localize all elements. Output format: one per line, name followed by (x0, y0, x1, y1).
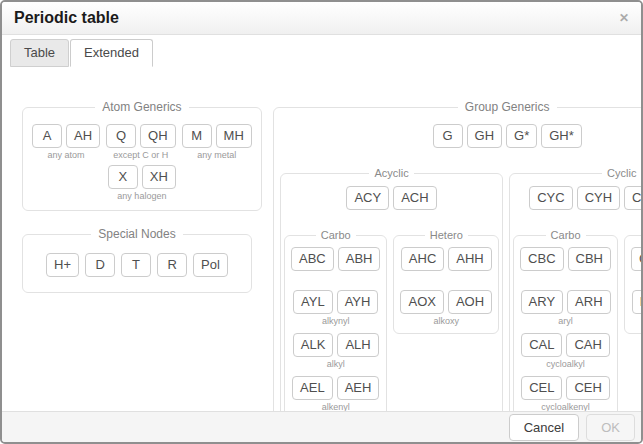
except-c-or-h-group: Q QH except C or H (106, 124, 176, 161)
cyclic-carbo-section: Carbo CBC CBH (513, 229, 618, 420)
btn-m[interactable]: M (182, 124, 212, 148)
btn-ayl[interactable]: AYL (293, 290, 333, 314)
dialog-content: Atom Generics A AH any atom Q QH (2, 67, 641, 432)
btn-cxx[interactable]: CXX (624, 186, 643, 210)
btn-arh[interactable]: ARH (567, 290, 610, 314)
periodic-table-dialog: Periodic table ✕ Table Extended Atom Gen… (0, 0, 643, 444)
group-caption: alkyl (327, 358, 345, 370)
acyclic-cyclic-columns: Acyclic ACY ACH (280, 167, 643, 425)
atom-generics-section: Atom Generics A AH any atom Q QH (22, 100, 262, 211)
acyclic-hetero-section: Hetero AHC AHH (393, 229, 499, 334)
acyclic-carbo-section: Carbo ABC ABH (284, 229, 387, 420)
group-caption: alkoxy (434, 315, 460, 327)
special-nodes-row: H+ D T R Pol (29, 253, 245, 277)
tab-bar: Table Extended (2, 35, 641, 67)
atom-generics-row-1: A AH any atom Q QH except C or H (29, 122, 255, 163)
group-generics-section: Group Generics G GH G* GH* Acy (273, 100, 643, 432)
acyclic-hetero-legend: Hetero (425, 229, 468, 241)
group-caption: except C or H (113, 149, 168, 161)
btn-xh[interactable]: XH (142, 165, 176, 189)
acyclic-legend: Acyclic (369, 167, 413, 179)
btn-pol[interactable]: Pol (193, 253, 228, 277)
btn-alh[interactable]: ALH (337, 333, 378, 357)
any-metal-group: M MH any metal (182, 124, 252, 161)
cyclic-hetero-section: Hetero CHC CHH (624, 229, 643, 334)
btn-t[interactable]: T (121, 253, 151, 277)
special-nodes-legend: Special Nodes (91, 227, 182, 241)
btn-qh[interactable]: QH (140, 124, 176, 148)
btn-g-star[interactable]: G* (506, 124, 537, 148)
group-caption: cycloalkyl (546, 358, 585, 370)
btn-ach[interactable]: ACH (393, 186, 436, 210)
btn-mh[interactable]: MH (216, 124, 252, 148)
group-generics-legend: Group Generics (458, 100, 557, 114)
any-halogen-group: X XH any halogen (108, 165, 176, 202)
any-atom-group: A AH any atom (32, 124, 100, 161)
btn-acy[interactable]: ACY (346, 186, 389, 210)
btn-q[interactable]: Q (106, 124, 136, 148)
special-nodes-section: Special Nodes H+ D T R Pol (22, 227, 252, 293)
btn-alk[interactable]: ALK (293, 333, 334, 357)
btn-ceh[interactable]: CEH (566, 376, 609, 400)
btn-g[interactable]: G (433, 124, 463, 148)
btn-ayh[interactable]: AYH (337, 290, 379, 314)
tab-extended[interactable]: Extended (70, 39, 153, 67)
btn-cah[interactable]: CAH (566, 333, 609, 357)
btn-aoh[interactable]: AOH (448, 290, 492, 314)
btn-d[interactable]: D (85, 253, 115, 277)
ok-button[interactable]: OK (586, 414, 635, 441)
dialog-footer: Cancel OK (2, 411, 641, 442)
btn-cyh[interactable]: CYH (577, 186, 620, 210)
left-column: Atom Generics A AH any atom Q QH (22, 100, 252, 293)
btn-cyc[interactable]: CYC (529, 186, 572, 210)
btn-har[interactable]: HAR (632, 290, 643, 314)
acyclic-section: Acyclic ACY ACH (280, 167, 503, 425)
atom-generics-row-2: X XH any halogen (29, 163, 255, 204)
btn-aox[interactable]: AOX (400, 290, 443, 314)
group-caption: any metal (197, 149, 236, 161)
btn-cbh[interactable]: CBH (568, 247, 611, 271)
cyclic-carbo-legend: Carbo (546, 229, 586, 241)
group-caption: any atom (48, 149, 85, 161)
btn-ael[interactable]: AEL (292, 376, 333, 400)
group-caption: aryl (558, 315, 573, 327)
btn-abh[interactable]: ABH (338, 247, 381, 271)
dialog-header: Periodic table ✕ (2, 2, 641, 35)
btn-h-plus[interactable]: H+ (46, 253, 79, 277)
btn-cel[interactable]: CEL (521, 376, 562, 400)
btn-abc[interactable]: ABC (291, 247, 334, 271)
btn-ah[interactable]: AH (66, 124, 100, 148)
btn-ahh[interactable]: AHH (448, 247, 491, 271)
close-icon[interactable]: ✕ (619, 12, 629, 24)
btn-aeh[interactable]: AEH (337, 376, 380, 400)
page-title: Periodic table (14, 9, 119, 27)
group-caption: any halogen (117, 190, 166, 202)
btn-x[interactable]: X (108, 165, 138, 189)
btn-cbc[interactable]: CBC (520, 247, 563, 271)
tab-table[interactable]: Table (10, 39, 69, 67)
btn-ary[interactable]: ARY (521, 290, 564, 314)
group-caption: alkynyl (322, 315, 350, 327)
btn-cal[interactable]: CAL (521, 333, 562, 357)
cyclic-legend: Cyclic (602, 167, 641, 179)
btn-r[interactable]: R (157, 253, 187, 277)
group-generics-row: G GH G* GH* (280, 122, 643, 163)
btn-ahc[interactable]: AHC (401, 247, 444, 271)
cancel-button[interactable]: Cancel (509, 414, 579, 441)
atom-generics-legend: Atom Generics (95, 100, 188, 114)
btn-a[interactable]: A (32, 124, 62, 148)
cyclic-section: Cyclic CYC CYH CXX (509, 167, 643, 425)
btn-chc[interactable]: CHC (631, 247, 643, 271)
btn-gh-star[interactable]: GH* (541, 124, 582, 148)
btn-gh[interactable]: GH (467, 124, 503, 148)
acyclic-carbo-legend: Carbo (316, 229, 356, 241)
right-column: Group Generics G GH G* GH* Acy (273, 100, 643, 432)
